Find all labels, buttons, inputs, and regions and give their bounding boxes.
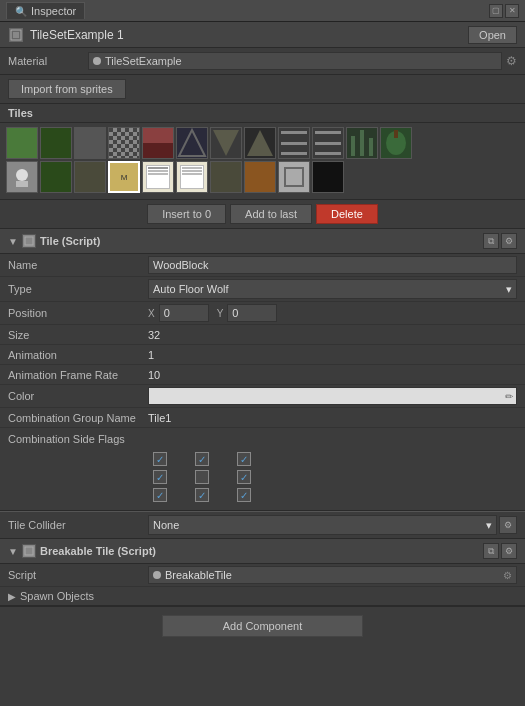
import-from-sprites-button[interactable]: Import from sprites [8,79,126,99]
checkbox-grid [0,448,525,510]
tile-script-copy-button[interactable]: ⧉ [483,233,499,249]
svg-marker-4 [247,130,273,156]
checkbox-2-2[interactable] [237,488,251,502]
tile-thumb-9[interactable] [312,127,344,159]
tile-thumb-12[interactable] [6,161,38,193]
inspector-tab-label: Inspector [31,5,76,17]
checkbox-1-1[interactable] [195,470,209,484]
tile-thumb-3[interactable] [108,127,140,159]
tile-thumb-17[interactable] [176,161,208,193]
name-input[interactable] [148,256,517,274]
tile-thumb-4[interactable] [142,127,174,159]
color-picker-icon: ✏ [505,391,513,402]
tile-thumb-21[interactable] [312,161,344,193]
inspector-tab-icon: 🔍 [15,6,27,17]
material-value-field[interactable]: TileSetExample [88,52,502,70]
combination-group-name-row: Combination Group Name Tile1 [0,408,525,428]
insert-to-0-button[interactable]: Insert to 0 [147,204,226,224]
checkbox-2-1[interactable] [195,488,209,502]
tiles-strip: M [0,123,525,200]
tile-thumb-0[interactable] [6,127,38,159]
tiles-section-header: Tiles [0,104,525,123]
position-label: Position [8,307,148,319]
inspector-tab[interactable]: 🔍 Inspector [6,2,85,19]
tile-thumb-14[interactable] [74,161,106,193]
tile-thumb-2[interactable] [74,127,106,159]
title-bar: 🔍 Inspector ▢ ✕ [0,0,525,22]
collapse-arrow-icon[interactable]: ▼ [8,236,18,247]
add-component-row: Add Component [0,607,525,645]
spawn-arrow-icon[interactable]: ▶ [8,591,16,602]
tile-thumb-19[interactable] [244,161,276,193]
animation-frame-rate-value: 10 [148,369,517,381]
tile-collider-settings-icon[interactable]: ⚙ [499,516,517,534]
position-inputs: X Y [148,304,517,322]
script-value-field[interactable]: BreakableTile ⚙ [148,566,517,584]
svg-marker-3 [213,130,239,156]
breakable-collapse-arrow[interactable]: ▼ [8,546,18,557]
spawn-label: Spawn Objects [20,590,94,602]
tile-thumb-8[interactable] [278,127,310,159]
tile-thumb-15-selected[interactable]: M [108,161,140,193]
checkbox-2-0[interactable] [153,488,167,502]
color-field[interactable]: ✏ [148,387,517,405]
breakable-tile-title: Breakable Tile (Script) [40,545,479,557]
tile-script-settings-button[interactable]: ⚙ [501,233,517,249]
material-value-text: TileSetExample [105,55,182,67]
add-to-last-button[interactable]: Add to last [230,204,312,224]
combination-group-name-value: Tile1 [148,412,517,424]
tile-thumb-1[interactable] [40,127,72,159]
tile-thumb-5[interactable] [176,127,208,159]
checkbox-0-0[interactable] [153,452,167,466]
checkbox-1-2[interactable] [237,470,251,484]
script-settings-icon[interactable]: ⚙ [503,570,512,581]
breakable-tile-component: ▼ Breakable Tile (Script) ⧉ ⚙ Script Bre… [0,539,525,607]
tile-thumb-16[interactable] [142,161,174,193]
position-x-input[interactable] [159,304,209,322]
checkbox-0-2[interactable] [237,452,251,466]
breakable-tile-header: ▼ Breakable Tile (Script) ⧉ ⚙ [0,539,525,564]
open-button[interactable]: Open [468,26,517,44]
material-settings-icon[interactable]: ⚙ [506,54,517,68]
tile-thumb-7[interactable] [244,127,276,159]
animation-property-row: Animation 1 [0,345,525,365]
type-dropdown-arrow: ▾ [506,283,512,296]
checkbox-row-3 [8,486,517,504]
tile-thumb-18[interactable] [210,161,242,193]
delete-button[interactable]: Delete [316,204,378,224]
svg-marker-2 [179,130,205,156]
y-label: Y [217,308,224,319]
maximize-button[interactable]: ▢ [489,4,503,18]
script-value: BreakableTile [165,569,232,581]
breakable-tile-copy-button[interactable]: ⧉ [483,543,499,559]
breakable-tile-icon [22,544,36,558]
type-dropdown-value: Auto Floor Wolf [153,283,229,295]
breakable-tile-settings-button[interactable]: ⚙ [501,543,517,559]
checkbox-1-0[interactable] [153,470,167,484]
window-controls: ▢ ✕ [489,4,519,18]
svg-point-7 [16,169,28,181]
size-property-row: Size 32 [0,325,525,345]
script-property-row: Script BreakableTile ⚙ [0,564,525,587]
animation-frame-rate-label: Animation Frame Rate [8,369,148,381]
name-label: Name [8,259,148,271]
color-property-row: Color ✏ [0,385,525,408]
position-y-input[interactable] [227,304,277,322]
tile-thumb-10[interactable] [346,127,378,159]
import-btn-row: Import from sprites [0,75,525,104]
x-label: X [148,308,155,319]
tile-thumb-20[interactable] [278,161,310,193]
tile-thumb-13[interactable] [40,161,72,193]
combination-side-flags-row: Combination Side Flags [0,428,525,448]
animation-value: 1 [148,349,517,361]
add-component-button[interactable]: Add Component [162,615,364,637]
color-label: Color [8,390,148,402]
type-dropdown[interactable]: Auto Floor Wolf ▾ [148,279,517,299]
checkbox-0-1[interactable] [195,452,209,466]
tile-thumb-11[interactable] [380,127,412,159]
checkbox-row-2 [8,468,517,486]
tile-thumb-6[interactable] [210,127,242,159]
close-button[interactable]: ✕ [505,4,519,18]
tile-script-title: Tile (Script) [40,235,479,247]
tile-collider-dropdown[interactable]: None ▾ [148,515,497,535]
